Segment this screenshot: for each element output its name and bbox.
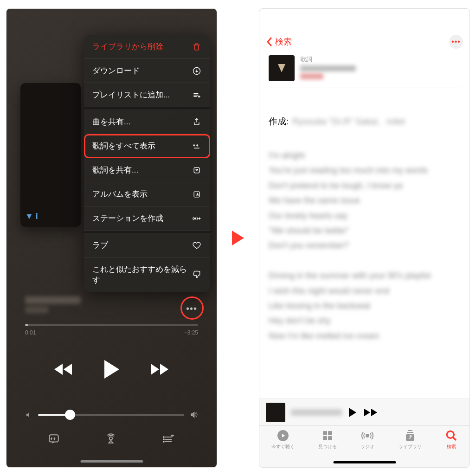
- play-circle-icon: [277, 430, 289, 442]
- album-icon: [192, 189, 202, 199]
- mini-play-button[interactable]: [347, 407, 358, 418]
- song-title: [300, 65, 356, 71]
- time-remaining: −3:25: [184, 329, 198, 336]
- download-icon: [192, 66, 202, 76]
- back-label: 検索: [275, 36, 292, 47]
- lyrics-button[interactable]: [48, 433, 60, 445]
- svg-rect-12: [328, 431, 332, 435]
- play-button[interactable]: [103, 359, 121, 380]
- tab-listen-now[interactable]: 今すぐ聴く: [271, 430, 295, 467]
- song-header: 歌詞: [269, 55, 460, 88]
- volume-low-icon: [25, 411, 32, 418]
- forward-button[interactable]: [149, 362, 170, 376]
- bottom-actions: [6, 433, 217, 445]
- tab-search[interactable]: 検索: [445, 430, 457, 467]
- tab-label: ラジオ: [360, 444, 374, 450]
- thumbs-down-icon: [192, 270, 202, 280]
- menu-share-song[interactable]: 曲を共有...: [84, 110, 210, 134]
- menu-label: 曲を共有...: [92, 116, 192, 127]
- svg-rect-1: [194, 167, 199, 173]
- flow-arrow-icon: [231, 230, 245, 246]
- svg-point-7: [163, 437, 164, 437]
- tab-label: 今すぐ聴く: [271, 444, 295, 450]
- credit-label: 作成:: [269, 116, 289, 128]
- svg-rect-14: [328, 436, 332, 440]
- queue-button[interactable]: [162, 433, 175, 445]
- volume-slider[interactable]: [25, 411, 198, 419]
- menu-add-to-playlist[interactable]: プレイリストに追加...: [84, 83, 210, 107]
- rewind-button[interactable]: [53, 362, 75, 376]
- lyrics-body: I'm alright You're just reading too much…: [269, 148, 460, 343]
- now-playing-screen: ▼ i ライブラリから削除 ダウンロード プレイリストに追加... 曲を共有..…: [6, 8, 217, 468]
- mini-title: [291, 409, 342, 416]
- svg-rect-2: [194, 192, 199, 197]
- grid-icon: [322, 430, 333, 442]
- time-elapsed: 0:01: [25, 329, 36, 336]
- search-icon: [445, 430, 457, 442]
- svg-point-4: [194, 218, 196, 219]
- menu-suggest-less[interactable]: これと似たおすすめを減らす: [84, 257, 210, 292]
- radio-icon: [361, 430, 374, 442]
- progress-bar[interactable]: 0:01 −3:25: [25, 324, 198, 336]
- credits-row: 作成: Ryosuke "Dr.R" Sakai、milet: [269, 116, 460, 128]
- mini-forward-button[interactable]: [363, 408, 378, 417]
- album-badge: ▼ i: [25, 212, 38, 221]
- add-playlist-icon: [192, 90, 202, 100]
- tab-library[interactable]: ライブラリ: [399, 430, 422, 467]
- volume-high-icon: [190, 411, 198, 419]
- home-indicator[interactable]: [80, 460, 143, 463]
- menu-delete-from-library[interactable]: ライブラリから削除: [84, 35, 210, 59]
- airplay-button[interactable]: [105, 433, 117, 445]
- menu-label: 歌詞をすべて表示: [92, 141, 192, 151]
- tab-label: 検索: [447, 444, 456, 450]
- lyrics-screen: 検索 ••• 歌詞 作成: Ryosuke "Dr.R" Sakai、milet…: [259, 8, 470, 468]
- menu-label: ラブ: [92, 240, 192, 251]
- credit-value: Ryosuke "Dr.R" Sakai、milet: [292, 116, 405, 128]
- tab-label: ライブラリ: [399, 444, 422, 450]
- menu-show-all-lyrics[interactable]: 歌詞をすべて表示: [84, 134, 210, 158]
- more-button[interactable]: •••: [183, 300, 200, 317]
- song-artwork: [269, 55, 295, 81]
- context-menu: ライブラリから削除 ダウンロード プレイリストに追加... 曲を共有... 歌詞…: [84, 35, 210, 292]
- menu-label: これと似たおすすめを減らす: [92, 264, 192, 285]
- chevron-left-icon: [266, 37, 273, 47]
- menu-show-album[interactable]: アルバムを表示: [84, 182, 210, 206]
- mini-artwork: [266, 403, 285, 422]
- song-artist: [300, 73, 323, 79]
- menu-label: 歌詞を共有...: [92, 165, 192, 175]
- trash-icon: [192, 42, 202, 52]
- playback-controls: [6, 359, 217, 380]
- menu-share-lyrics[interactable]: 歌詞を共有...: [84, 158, 210, 182]
- svg-point-8: [163, 439, 164, 440]
- lyrics-icon: [192, 141, 202, 151]
- menu-label: プレイリストに追加...: [92, 90, 192, 100]
- library-icon: [405, 430, 416, 442]
- station-icon: [192, 213, 202, 224]
- svg-rect-13: [323, 436, 327, 440]
- menu-label: ステーションを作成: [92, 213, 192, 224]
- svg-point-18: [447, 431, 454, 438]
- menu-create-station[interactable]: ステーションを作成: [84, 206, 210, 231]
- home-indicator[interactable]: [333, 461, 396, 463]
- tab-label: 見つける: [318, 444, 337, 450]
- mini-player[interactable]: [259, 399, 470, 425]
- menu-label: ダウンロード: [92, 65, 192, 76]
- svg-point-9: [163, 441, 164, 442]
- heart-icon: [192, 240, 202, 251]
- share-icon: [192, 117, 202, 127]
- album-artwork: ▼ i: [20, 83, 81, 227]
- svg-point-6: [109, 437, 113, 440]
- share-lyrics-icon: [192, 165, 202, 175]
- more-button[interactable]: •••: [449, 35, 463, 49]
- svg-rect-11: [323, 431, 327, 435]
- menu-download[interactable]: ダウンロード: [84, 59, 210, 83]
- menu-label: アルバムを表示: [92, 189, 192, 199]
- menu-love[interactable]: ラブ: [84, 233, 210, 257]
- lyrics-heading: 歌詞: [300, 55, 356, 64]
- svg-point-15: [366, 434, 369, 437]
- nav-bar: 検索 •••: [259, 35, 470, 49]
- menu-label: ライブラリから削除: [92, 41, 192, 52]
- back-button[interactable]: 検索: [266, 36, 292, 47]
- svg-point-3: [197, 194, 198, 196]
- song-info: [25, 296, 81, 313]
